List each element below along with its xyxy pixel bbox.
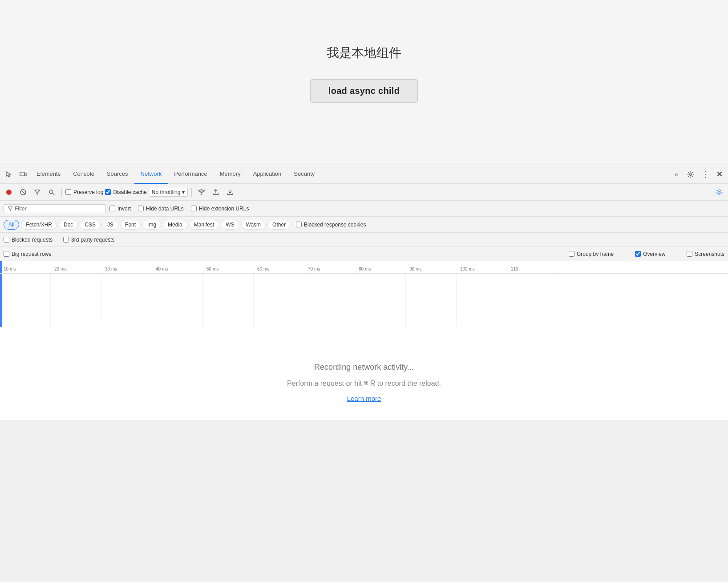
gear-icon (687, 171, 694, 178)
resource-btn-doc[interactable]: Doc (59, 220, 78, 230)
blocked-requests-label[interactable]: Blocked requests (4, 237, 53, 243)
learn-more-link[interactable]: Learn more (347, 395, 381, 402)
close-devtools-button[interactable]: ✕ (712, 167, 726, 182)
resource-btn-css[interactable]: CSS (80, 220, 101, 230)
preserve-log-label[interactable]: Preserve log (65, 189, 103, 195)
download-icon (227, 189, 233, 195)
grid-col-11 (507, 274, 558, 327)
filter-input-wrapper (4, 204, 106, 213)
filter-icon (34, 189, 40, 195)
grid-col-10 (457, 274, 507, 327)
grid-lines (0, 274, 728, 327)
resource-btn-other[interactable]: Other (267, 220, 291, 230)
filter-input[interactable] (15, 206, 102, 212)
device-toggle-btn[interactable] (16, 167, 30, 182)
big-rows-label[interactable]: Big request rows (4, 251, 51, 257)
hide-extension-urls-checkbox[interactable] (191, 206, 197, 211)
timeline-position-bar (0, 274, 2, 327)
options-row-2: Big request rows Group by frame Overview… (0, 247, 728, 261)
grid-col-1 (0, 274, 51, 327)
hide-extension-urls-label[interactable]: Hide extension URLs (191, 206, 249, 212)
screenshots-checkbox[interactable] (687, 251, 692, 257)
resource-btn-ws[interactable]: WS (221, 220, 239, 230)
screenshots-label[interactable]: Screenshots (687, 251, 724, 257)
tab-performance[interactable]: Performance (168, 165, 213, 184)
overview-label[interactable]: Overview (635, 251, 665, 257)
blocked-cookies-checkbox[interactable] (296, 222, 302, 227)
filter-toggle-button[interactable] (31, 186, 44, 198)
filter-options: Invert Hide data URLs Hide extension URL… (109, 206, 249, 212)
blocked-cookies-label[interactable]: Blocked response cookies (296, 222, 366, 228)
divider-1 (61, 188, 62, 197)
resource-btn-font[interactable]: Font (120, 220, 141, 230)
throttle-select[interactable]: No throttling ▾ (149, 188, 188, 197)
svg-point-3 (6, 190, 12, 195)
tab-memory[interactable]: Memory (214, 165, 247, 184)
import-har-button[interactable] (210, 186, 222, 198)
ruler-tick-40ms: 40 ms (156, 267, 206, 271)
grid-col-7 (304, 274, 355, 327)
cursor-icon-btn[interactable] (2, 167, 16, 182)
network-settings-button[interactable] (713, 186, 725, 198)
tab-network[interactable]: Network (134, 165, 168, 184)
more-tabs-button[interactable]: » (669, 167, 684, 182)
export-har-button[interactable] (224, 186, 236, 198)
ruler-tick-10ms: 10 ms (4, 267, 54, 271)
resource-btn-fetch-xhr[interactable]: Fetch/XHR (21, 220, 57, 230)
record-button[interactable] (3, 186, 15, 198)
tab-console[interactable]: Console (67, 165, 101, 184)
third-party-requests-label[interactable]: 3rd-party requests (63, 237, 114, 243)
filter-bar: Invert Hide data URLs Hide extension URL… (0, 201, 728, 217)
group-by-frame-checkbox[interactable] (569, 251, 574, 257)
more-options-button[interactable]: ⋮ (698, 167, 712, 182)
invert-checkbox[interactable] (109, 206, 115, 211)
cursor-icon (5, 171, 12, 178)
settings-button[interactable] (684, 167, 698, 182)
hide-data-urls-checkbox[interactable] (138, 206, 144, 211)
ruler-tick-100ms: 100 ms (460, 267, 511, 271)
overview-checkbox[interactable] (635, 251, 641, 257)
network-actionbar: Preserve log Disable cache No throttling… (0, 184, 728, 201)
resource-btn-js[interactable]: JS (102, 220, 118, 230)
resource-btn-manifest[interactable]: Manifest (189, 220, 219, 230)
invert-label[interactable]: Invert (109, 206, 131, 212)
tab-sources[interactable]: Sources (101, 165, 134, 184)
svg-line-5 (22, 190, 25, 194)
tab-security[interactable]: Security (287, 165, 321, 184)
network-gear-icon (716, 189, 723, 196)
group-by-frame-label[interactable]: Group by frame (569, 251, 614, 257)
clear-button[interactable] (17, 186, 29, 198)
ruler-tick-30ms: 30 ms (105, 267, 156, 271)
hide-data-urls-label[interactable]: Hide data URLs (138, 206, 184, 212)
resource-btn-all[interactable]: All (4, 220, 19, 230)
resource-btn-img[interactable]: Img (142, 220, 161, 230)
svg-point-2 (690, 173, 692, 175)
empty-state: Recording network activity... Perform a … (0, 327, 728, 420)
search-button[interactable] (45, 186, 58, 198)
ruler-tick-60ms: 60 ms (257, 267, 308, 271)
disable-cache-checkbox[interactable] (105, 189, 111, 195)
tab-elements[interactable]: Elements (30, 165, 67, 184)
clear-icon (20, 189, 26, 195)
network-conditions-button[interactable] (195, 186, 208, 198)
close-icon: ✕ (716, 170, 722, 178)
grid-col-8 (355, 274, 406, 327)
resource-btn-wasm[interactable]: Wasm (241, 220, 266, 230)
wifi-icon (198, 189, 205, 195)
resource-btn-media[interactable]: Media (163, 220, 187, 230)
load-async-child-button[interactable]: load async child (310, 79, 418, 103)
disable-cache-label[interactable]: Disable cache (105, 189, 146, 195)
grid-col-4 (152, 274, 203, 327)
ruler-tick-80ms: 80 ms (359, 267, 409, 271)
timeline-grid (0, 274, 728, 327)
third-party-requests-checkbox[interactable] (63, 237, 69, 242)
tab-application[interactable]: Application (247, 165, 288, 184)
blocked-requests-checkbox[interactable] (4, 237, 9, 242)
big-rows-checkbox[interactable] (4, 251, 9, 257)
options-left-group: Big request rows (4, 251, 170, 257)
grid-col-9 (406, 274, 457, 327)
ruler-tick-50ms: 50 ms (206, 267, 257, 271)
svg-rect-1 (25, 173, 26, 176)
preserve-log-checkbox[interactable] (65, 189, 71, 195)
ruler-ticks: 10 ms 20 ms 30 ms 40 ms 50 ms 60 ms 70 m… (1, 261, 562, 273)
